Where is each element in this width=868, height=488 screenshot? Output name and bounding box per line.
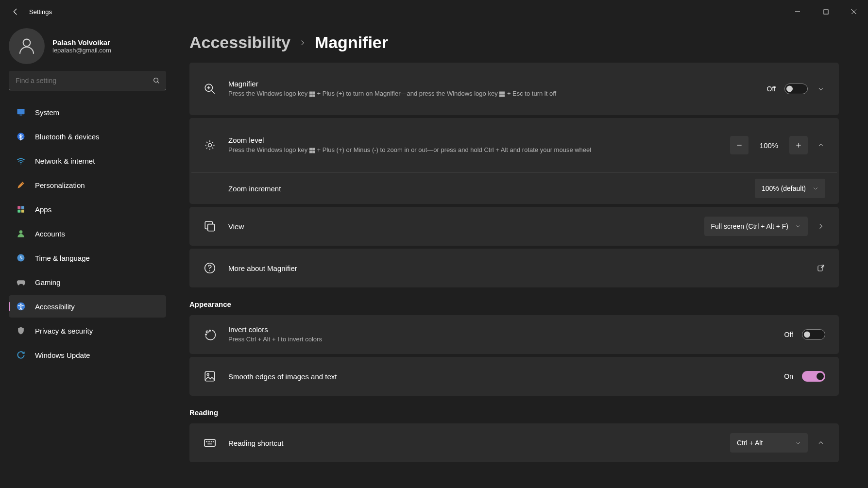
search-input[interactable] bbox=[9, 71, 166, 90]
svg-rect-47 bbox=[205, 371, 215, 381]
svg-rect-32 bbox=[309, 148, 312, 150]
profile-name: Palash Volvoikar bbox=[52, 38, 111, 47]
svg-point-4 bbox=[23, 39, 31, 47]
sidebar-item-gaming[interactable]: Gaming bbox=[9, 271, 166, 293]
privacy-icon bbox=[16, 325, 26, 336]
svg-point-31 bbox=[208, 144, 212, 147]
apps-icon bbox=[16, 204, 26, 215]
svg-rect-40 bbox=[208, 224, 215, 231]
sidebar-item-label: Bluetooth & devices bbox=[35, 133, 100, 141]
sidebar-item-time[interactable]: Time & language bbox=[9, 247, 166, 269]
sidebar-item-personalization[interactable]: Personalization bbox=[9, 174, 166, 196]
profile-email: lepalash@gmail.com bbox=[52, 47, 111, 54]
svg-point-15 bbox=[19, 230, 23, 234]
magnifier-icon bbox=[203, 83, 217, 95]
sidebar-item-apps[interactable]: Apps bbox=[9, 198, 166, 220]
accessibility-icon bbox=[16, 301, 26, 312]
smooth-edges-toggle[interactable] bbox=[802, 371, 825, 382]
window-title: Settings bbox=[29, 8, 52, 16]
sidebar-item-label: Network & internet bbox=[35, 157, 95, 165]
smooth-state-label: On bbox=[784, 372, 793, 380]
sidebar-item-label: Accessibility bbox=[35, 303, 75, 311]
svg-point-10 bbox=[20, 164, 21, 165]
sidebar-item-bluetooth[interactable]: Bluetooth & devices bbox=[9, 125, 166, 148]
sidebar-item-privacy[interactable]: Privacy & security bbox=[9, 320, 166, 342]
zoom-increment-title: Zoom increment bbox=[228, 185, 743, 193]
help-icon bbox=[203, 262, 217, 274]
zoom-level-desc: Press the Windows logo key + Plus (+) or… bbox=[228, 146, 665, 154]
zoom-increase-button[interactable] bbox=[789, 136, 808, 154]
minimize-button[interactable] bbox=[783, 2, 812, 21]
update-icon bbox=[16, 350, 26, 360]
svg-rect-14 bbox=[21, 210, 24, 213]
magnifier-desc: Press the Windows logo key + Plus (+) to… bbox=[228, 89, 665, 98]
svg-rect-25 bbox=[309, 94, 312, 97]
more-about-title: More about Magnifier bbox=[228, 264, 805, 272]
view-title: View bbox=[228, 222, 693, 231]
collapse-chevron[interactable] bbox=[817, 439, 825, 446]
profile-block[interactable]: Palash Volvoikar lepalash@gmail.com bbox=[9, 28, 166, 64]
appearance-header: Appearance bbox=[189, 300, 839, 308]
svg-point-46 bbox=[205, 334, 207, 336]
sidebar-item-label: Accounts bbox=[35, 230, 65, 238]
reading-shortcut-title: Reading shortcut bbox=[228, 439, 718, 447]
svg-rect-26 bbox=[312, 94, 315, 97]
view-detail-chevron[interactable] bbox=[817, 223, 825, 230]
back-button[interactable] bbox=[9, 5, 22, 18]
bluetooth-icon bbox=[16, 131, 26, 142]
accounts-icon bbox=[16, 228, 26, 239]
breadcrumb-current: Magnifier bbox=[315, 33, 388, 52]
network-icon bbox=[16, 155, 26, 166]
magnifier-state-label: Off bbox=[767, 85, 776, 93]
svg-rect-8 bbox=[20, 115, 22, 116]
zoom-level-title: Zoom level bbox=[228, 136, 718, 144]
reading-shortcut-dropdown[interactable]: Ctrl + Alt bbox=[730, 433, 808, 453]
more-about-magnifier-link[interactable]: More about Magnifier bbox=[189, 249, 839, 287]
svg-rect-28 bbox=[502, 91, 505, 94]
invert-colors-title: Invert colors bbox=[228, 325, 773, 334]
smooth-edges-icon bbox=[203, 370, 217, 383]
svg-rect-49 bbox=[204, 439, 215, 446]
chevron-right-icon bbox=[299, 38, 306, 48]
sidebar-item-label: Privacy & security bbox=[35, 327, 93, 335]
sidebar-item-network[interactable]: Network & internet bbox=[9, 150, 166, 172]
zoom-increment-dropdown[interactable]: 100% (default) bbox=[755, 179, 825, 198]
smooth-edges-title: Smooth edges of images and text bbox=[228, 372, 772, 381]
sidebar-item-system[interactable]: System bbox=[9, 101, 166, 123]
sidebar-item-label: System bbox=[35, 108, 59, 117]
zoom-level-value: 100% bbox=[757, 141, 781, 150]
keyboard-icon bbox=[203, 436, 217, 450]
svg-rect-43 bbox=[818, 266, 822, 271]
sidebar-item-label: Windows Update bbox=[35, 351, 90, 359]
sidebar-item-label: Gaming bbox=[35, 278, 61, 286]
time-icon bbox=[16, 252, 26, 263]
svg-rect-35 bbox=[312, 151, 315, 153]
svg-rect-7 bbox=[17, 109, 25, 114]
windows-logo-icon bbox=[499, 91, 505, 97]
sidebar-item-accounts[interactable]: Accounts bbox=[9, 222, 166, 245]
svg-rect-29 bbox=[499, 94, 502, 97]
svg-rect-24 bbox=[312, 91, 315, 94]
zoom-decrease-button[interactable] bbox=[730, 136, 749, 154]
svg-rect-30 bbox=[502, 94, 505, 97]
svg-rect-13 bbox=[17, 210, 20, 213]
svg-point-48 bbox=[207, 373, 209, 375]
sidebar-item-update[interactable]: Windows Update bbox=[9, 344, 166, 366]
breadcrumb-parent[interactable]: Accessibility bbox=[189, 33, 290, 52]
invert-state-label: Off bbox=[784, 331, 793, 338]
reading-header: Reading bbox=[189, 408, 839, 417]
magnifier-toggle[interactable] bbox=[784, 84, 808, 94]
collapse-chevron[interactable] bbox=[817, 142, 825, 149]
invert-colors-toggle[interactable] bbox=[802, 329, 825, 340]
expand-chevron[interactable] bbox=[817, 85, 825, 92]
maximize-button[interactable] bbox=[812, 2, 840, 21]
svg-point-18 bbox=[20, 303, 22, 305]
svg-rect-27 bbox=[499, 91, 502, 94]
svg-rect-34 bbox=[309, 151, 312, 153]
close-button[interactable] bbox=[840, 2, 868, 21]
view-dropdown[interactable]: Full screen (Ctrl + Alt + F) bbox=[704, 217, 808, 236]
invert-colors-icon bbox=[203, 328, 217, 341]
sidebar-item-accessibility[interactable]: Accessibility bbox=[9, 295, 166, 318]
magnifier-title: Magnifier bbox=[228, 80, 755, 88]
invert-colors-desc: Press Ctrl + Alt + I to invert colors bbox=[228, 335, 665, 344]
